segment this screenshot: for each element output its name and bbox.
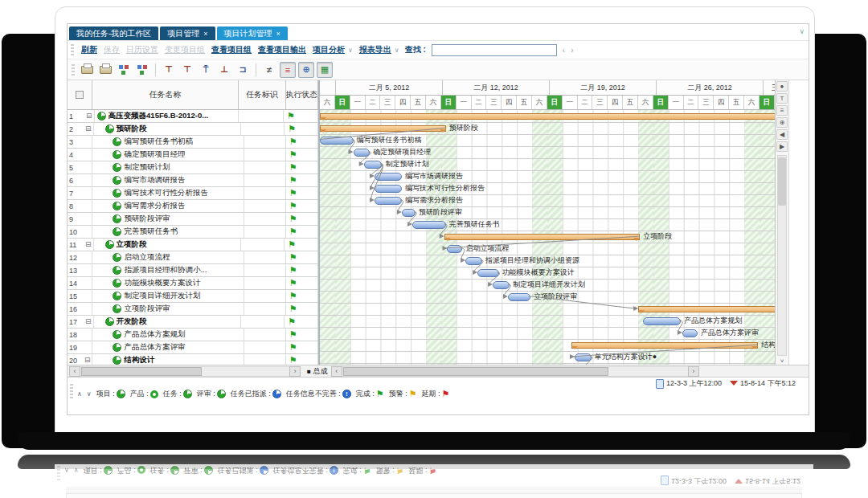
table-row[interactable]: 1⊟高压变频器415F6.B-2012-0...⚑ [68,110,318,123]
scroll-to-task-icon[interactable]: ⊤ [161,62,177,78]
table-row[interactable]: 2⊟预研阶段⚑ [68,123,318,136]
gantt-style-toggle[interactable]: ▦ [317,62,333,78]
menu-item-项目分析[interactable]: 项目分析 [313,44,345,55]
task-bar[interactable] [493,281,510,289]
task-name-cell[interactable]: 编写需求分析报告 [92,200,244,212]
gantt-scroll-left-icon[interactable]: ‹ [331,366,342,377]
summary-bar[interactable] [320,125,446,132]
task-name-cell[interactable]: 完善预研任务书 [92,226,244,238]
chevron-down-icon[interactable]: ∨ [348,47,353,54]
collapse-icon[interactable]: ⊟ [85,241,92,248]
task-name-cell[interactable]: 启动立项流程 [92,251,244,263]
collapse-panel-icon[interactable]: ∧ [77,390,82,398]
select-all-checkbox[interactable] [76,91,84,99]
table-row[interactable]: 16立项阶段评审⚑ [68,303,318,316]
link-tasks-icon[interactable] [116,62,132,78]
statusbar-drag-handle[interactable] [57,466,60,480]
menu-item-报表导出[interactable]: 报表导出 [359,44,391,55]
task-name-cell[interactable]: 立项阶段评审 [92,303,244,315]
scroll-left-icon[interactable]: ‹ [69,366,80,377]
task-name-cell[interactable]: 指派项目经理和协调小... [92,264,244,276]
collapse-icon[interactable]: ⊟ [85,318,92,325]
statusbar-drag-handle[interactable] [70,384,73,398]
table-row[interactable]: 12启动立项流程⚑ [68,251,318,264]
crosshair-toggle[interactable]: ⊕ [298,62,314,78]
gantt-v-scrollbar[interactable] [777,155,787,356]
table-row[interactable]: 18产品总体方案规划⚑ [68,329,318,341]
task-name-cell[interactable]: 功能模块概要方案设计 [92,277,244,289]
table-row[interactable]: 5制定预研计划⚑ [68,161,318,174]
task-bar[interactable] [465,257,482,265]
task-bar[interactable] [375,173,402,181]
task-name-cell[interactable]: 立项阶段 [94,239,242,251]
unlink-tasks-icon[interactable] [134,62,150,78]
task-name-cell[interactable]: 制定预研计划 [92,161,244,173]
table-row[interactable]: 13指派项目经理和协调小...⚑ [68,264,318,277]
table-row[interactable]: 4确定预研项目经理⚑ [68,149,318,161]
task-name-cell[interactable]: 预研阶段评审 [92,213,244,225]
table-row[interactable]: 20⊟结构设计⚑ [68,354,318,365]
table-row[interactable]: 8编写需求分析报告⚑ [68,200,318,213]
collapse-panel-icon[interactable]: ∧ [64,467,69,474]
v-scroll-thumb[interactable] [778,157,786,206]
task-name-cell[interactable]: 产品总体方案评审 [92,341,244,353]
task-bar[interactable] [508,293,530,301]
table-row[interactable]: 14功能模块概要方案设计⚑ [68,277,318,290]
split-icon[interactable]: ≠ [261,62,277,78]
tab-close-icon[interactable]: × [203,30,207,38]
zoom-in-icon[interactable]: ⊤ [179,62,195,78]
gantt-scroll-right-icon[interactable]: › [688,366,699,377]
task-bar[interactable] [447,245,462,253]
summary-bar[interactable] [571,342,758,349]
task-bar[interactable] [402,209,416,217]
collapse-icon[interactable]: ⊟ [84,357,91,364]
table-row[interactable]: 17⊟开发阶段⚑ [68,316,318,329]
table-row[interactable]: 10完善预研任务书⚑ [68,226,318,239]
table-row[interactable]: 19产品总体方案评审⚑ [68,341,318,354]
table-row[interactable]: 6编写市场调研报告⚑ [68,174,318,187]
task-name-cell[interactable]: 预研阶段 [94,123,242,135]
search-prev-icon[interactable]: ‹ [563,46,565,55]
menu-item-刷新[interactable]: 刷新 [81,44,97,55]
table-h-scrollbar[interactable]: ‹ › [69,367,301,376]
task-bar[interactable] [412,221,446,229]
table-row[interactable]: 11⊟立项阶段⚑ [68,239,318,251]
tab-2[interactable]: 项目管理× [160,27,215,40]
summary-bar[interactable] [444,234,640,240]
print-preview-icon[interactable] [97,62,113,78]
task-name-cell[interactable]: 编写技术可行性分析报告 [92,187,244,199]
task-bar[interactable] [477,269,499,277]
prev-page-icon[interactable]: ◀ [776,129,788,140]
scroll-down-icon[interactable]: ˅ [780,357,784,365]
summary-bar[interactable] [320,113,776,120]
task-bar[interactable] [364,161,383,169]
filter-icon[interactable]: ⊥ [216,62,232,78]
zoom-out-icon[interactable]: ⍑ [198,62,214,78]
next-page-icon[interactable]: ▶ [776,141,788,152]
collapse-icon[interactable]: ⊟ [85,125,92,133]
tab-1[interactable]: 我的任务-我的工作区 [69,27,158,40]
gantt-h-scrollbar[interactable]: ‹ › [331,367,699,376]
task-name-cell[interactable]: 编写预研任务书初稿 [92,136,244,148]
scroll-top-icon[interactable]: ● [776,81,788,92]
task-name-cell[interactable]: 产品总体方案规划 [92,329,244,341]
table-row[interactable]: 7编写技术可行性分析报告⚑ [68,187,318,200]
task-bar[interactable] [320,137,354,145]
column-header-任务标识[interactable]: 任务标识 [239,80,285,109]
task-bar[interactable] [354,149,371,157]
task-name-cell[interactable]: 编写市场调研报告 [92,174,244,186]
task-name-cell[interactable]: 开发阶段 [94,316,242,328]
column-header-执行状态[interactable]: 执行状态 [286,80,318,109]
task-bar[interactable] [575,353,592,361]
tab-3[interactable]: 项目计划管理× [217,27,288,40]
task-bar[interactable] [643,317,681,325]
goto-task-icon[interactable]: T [776,93,788,104]
task-bar[interactable] [375,197,402,205]
iconbar-drag-handle[interactable] [72,64,75,76]
collapse-icon[interactable]: ⊟ [86,112,92,120]
column-header-任务名称[interactable]: 任务名称 [92,80,240,109]
search-input[interactable] [432,44,557,56]
chevron-down-icon[interactable]: ∨ [799,27,805,35]
search-next-icon[interactable]: › [571,46,573,55]
table-row[interactable]: 15制定项目详细开发计划⚑ [68,290,318,303]
